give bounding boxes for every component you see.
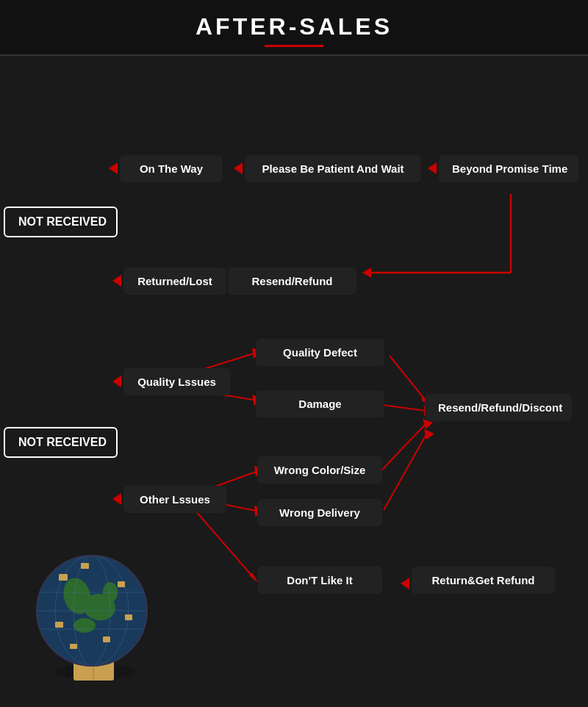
svg-point-37 xyxy=(74,618,96,633)
svg-rect-51 xyxy=(103,636,110,642)
damage-label: Damage xyxy=(256,390,384,417)
wrong-delivery-label: Wrong Delivery xyxy=(257,499,382,526)
resend-refund-discont-label: Resend/Refund/Discont xyxy=(425,394,572,421)
svg-line-13 xyxy=(390,356,426,401)
svg-line-24 xyxy=(382,423,426,470)
svg-rect-52 xyxy=(70,644,77,649)
svg-line-15 xyxy=(382,405,426,411)
on-the-way-label: On The Way xyxy=(120,155,223,182)
returned-lost-label: Returned/Lost xyxy=(123,268,226,295)
svg-marker-1 xyxy=(234,162,243,174)
wrong-color-size-label: Wrong Color/Size xyxy=(257,456,382,484)
svg-marker-27 xyxy=(424,429,434,439)
page-title: AFTER-SALES xyxy=(0,13,588,40)
content-area: On The Way Please Be Patient And Wait Be… xyxy=(0,56,588,695)
svg-rect-50 xyxy=(55,622,63,628)
svg-marker-6 xyxy=(112,275,121,287)
svg-rect-47 xyxy=(118,581,125,587)
svg-line-22 xyxy=(195,510,254,578)
please-be-patient-label: Please Be Patient And Wait xyxy=(245,155,421,182)
svg-marker-2 xyxy=(428,162,437,174)
svg-marker-17 xyxy=(112,493,121,505)
return-get-refund-label: Return&Get Refund xyxy=(412,567,555,594)
dont-like-it-label: Don'T Like It xyxy=(257,567,382,594)
globe-area xyxy=(15,541,176,688)
svg-marker-8 xyxy=(112,376,121,387)
svg-line-26 xyxy=(384,434,426,510)
beyond-promise-label: Beyond Promise Time xyxy=(439,155,578,182)
globe-icon xyxy=(15,541,162,681)
resend-refund-label: Resend/Refund xyxy=(228,268,356,295)
svg-rect-48 xyxy=(81,563,89,569)
header: AFTER-SALES xyxy=(0,0,588,56)
quality-issues-label: Quality Lssues xyxy=(123,368,230,395)
svg-marker-0 xyxy=(109,162,118,174)
quality-defect-label: Quality Defect xyxy=(256,339,384,366)
other-issues-label: Other Lssues xyxy=(123,486,226,513)
svg-rect-46 xyxy=(59,574,68,581)
header-underline xyxy=(265,45,323,47)
svg-marker-28 xyxy=(401,578,409,589)
not-received-2-label: NOT RECEIVED xyxy=(4,427,118,458)
svg-marker-5 xyxy=(362,268,371,278)
not-received-1-label: NOT RECEIVED xyxy=(4,207,118,237)
svg-rect-49 xyxy=(125,614,132,620)
